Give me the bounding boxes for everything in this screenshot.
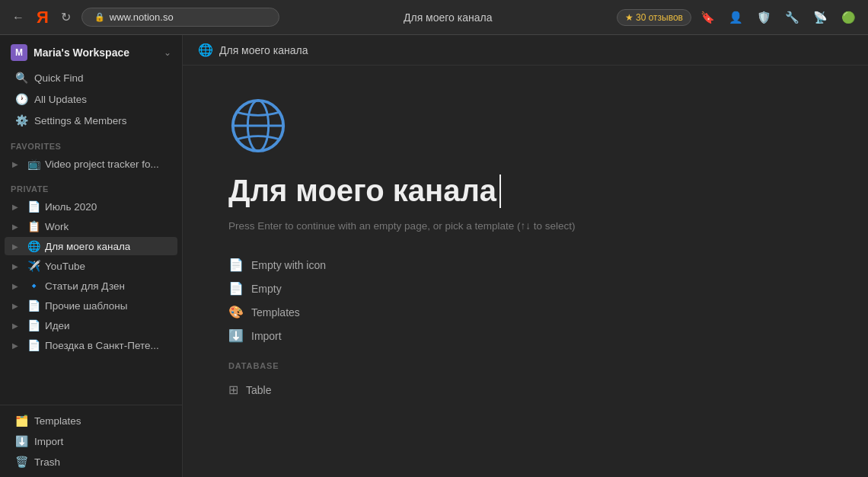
page-main-title[interactable]: Для моего канала	[228, 174, 822, 208]
reload-button[interactable]: ↻	[56, 7, 75, 27]
settings-label: Settings & Members	[34, 115, 127, 126]
import-icon: ⬇️	[15, 435, 28, 447]
app-layout: M Maria's Workspace ⌄ 🔍 Quick Find 🕐 All…	[0, 35, 868, 477]
sidebar-item-work[interactable]: ▶ 📋 Work	[5, 217, 177, 235]
browser-nav: ← Я ↻	[8, 7, 75, 27]
empty-label: Empty	[251, 283, 282, 295]
import-label: Import	[34, 436, 63, 447]
rss-button[interactable]: 📡	[809, 8, 832, 27]
templates-action-label: Templates	[251, 306, 300, 319]
sidebar-item-quick-find[interactable]: 🔍 Quick Find	[5, 68, 177, 88]
video-tracker-icon: 📺	[27, 158, 40, 170]
empty-icon-icon: 📄	[228, 258, 244, 272]
yandex-logo: Я	[32, 8, 53, 27]
sidebar-bottom: 🗂️ Templates ⬇️ Import 🗑️ Trash	[0, 405, 182, 477]
arrow-prochie: ▶	[12, 302, 23, 310]
import-action-label: Import	[251, 330, 282, 342]
sidebar-item-all-updates[interactable]: 🕐 All Updates	[5, 89, 177, 109]
arrow-july: ▶	[12, 203, 23, 211]
poezdka-label: Поездка в Санкт-Пете...	[45, 340, 159, 351]
main-content: 🌐 Для моего канала Для моего канала Pres…	[183, 35, 868, 477]
video-tracker-label: Video project tracker fo...	[45, 158, 159, 170]
dlya-moego-label: Для моего канала	[45, 241, 130, 252]
globe-icon: 🌐	[27, 240, 40, 252]
database-section-label: DATABASE	[228, 361, 822, 370]
action-list: 📄 Empty with icon 📄 Empty 🎨 Templates ⬇️…	[228, 253, 822, 347]
browser-actions: ★ 30 отзывов 🔖 👤 🛡️ 🔧 📡 🟢	[617, 8, 860, 27]
sidebar-item-prochie[interactable]: ▶ 📄 Прочие шаблоны	[5, 296, 177, 315]
workspace-name: Maria's Workspace	[34, 46, 158, 59]
sidebar-item-dlya-moego[interactable]: ▶ 🌐 Для моего канала	[5, 237, 177, 255]
templates-icon: 🗂️	[15, 415, 28, 427]
content-header-title: Для моего канала	[219, 44, 308, 56]
shield-button[interactable]: 🛡️	[752, 8, 776, 27]
july-icon: 📄	[27, 200, 40, 213]
action-empty[interactable]: 📄 Empty	[228, 277, 822, 300]
sidebar-item-video-tracker[interactable]: ▶ 📺 Video project tracker fo...	[5, 155, 177, 173]
empty-with-icon-label: Empty with icon	[251, 259, 326, 271]
quick-find-label: Quick Find	[34, 72, 84, 84]
sidebar-item-idei[interactable]: ▶ 📄 Идеи	[5, 316, 177, 335]
url-text: www.notion.so	[110, 11, 174, 23]
poezdka-icon: 📄	[27, 339, 40, 351]
sidebar-item-july2020[interactable]: ▶ 📄 Июль 2020	[5, 197, 177, 216]
youtube-label: YouTube	[45, 261, 85, 272]
profile-button[interactable]: 👤	[724, 8, 748, 27]
action-templates[interactable]: 🎨 Templates	[228, 300, 822, 324]
youtube-icon: ✈️	[27, 260, 40, 272]
work-icon: 📋	[27, 220, 40, 232]
stati-label: Статьи для Дзен	[45, 280, 125, 292]
action-import[interactable]: ⬇️ Import	[228, 324, 822, 347]
updates-icon: 🕐	[15, 93, 28, 105]
arrow-dlya: ▶	[12, 242, 23, 251]
empty-page-icon: 📄	[228, 281, 244, 296]
sidebar-item-stati[interactable]: ▶ 🔹 Статьи для Дзен	[5, 277, 177, 295]
title-cursor	[499, 174, 501, 208]
content-header: 🌐 Для моего канала	[183, 35, 868, 66]
star-badge[interactable]: ★ 30 отзывов	[617, 9, 691, 26]
action-table[interactable]: ⊞ Table	[228, 378, 822, 402]
arrow-work: ▶	[12, 222, 23, 231]
browser-bar: ← Я ↻ 🔒 www.notion.so Для моего канала ★…	[0, 0, 868, 35]
trash-label: Trash	[34, 456, 60, 468]
page-title-text: Для моего канала	[228, 174, 496, 208]
lock-icon: 🔒	[94, 12, 105, 22]
templates-label: Templates	[34, 415, 81, 427]
workspace-chevron: ⌄	[164, 47, 171, 58]
content-globe-icon: 🌐	[198, 43, 213, 57]
sidebar-item-youtube[interactable]: ▶ ✈️ YouTube	[5, 257, 177, 275]
templates-action-icon: 🎨	[228, 305, 244, 319]
stati-icon: 🔹	[27, 280, 40, 292]
private-section-label: PRIVATE	[0, 174, 182, 197]
import-action-icon: ⬇️	[228, 328, 244, 343]
browser-page-title: Для моего канала	[286, 11, 611, 24]
user-avatar[interactable]: 🟢	[837, 8, 860, 27]
workspace-icon: M	[11, 44, 27, 61]
page-globe-svg	[228, 96, 288, 155]
arrow-idei: ▶	[12, 322, 23, 330]
sidebar-item-poezdka[interactable]: ▶ 📄 Поездка в Санкт-Пете...	[5, 336, 177, 354]
arrow-poezdka: ▶	[12, 341, 23, 350]
gear-icon: ⚙️	[15, 114, 28, 126]
idei-label: Идеи	[45, 320, 70, 331]
tree-arrow-icon: ▶	[12, 160, 23, 168]
table-label: Table	[246, 384, 271, 396]
sidebar-item-trash[interactable]: 🗑️ Trash	[5, 452, 177, 472]
idei-icon: 📄	[27, 319, 40, 331]
july-label: Июль 2020	[45, 201, 97, 213]
address-bar[interactable]: 🔒 www.notion.so	[81, 8, 279, 27]
sidebar-item-templates[interactable]: 🗂️ Templates	[5, 411, 177, 431]
extension-button[interactable]: 🔧	[780, 8, 804, 27]
trash-icon: 🗑️	[15, 456, 28, 468]
arrow-yt: ▶	[12, 262, 23, 271]
arrow-stati: ▶	[12, 282, 23, 290]
sidebar-item-import[interactable]: ⬇️ Import	[5, 431, 177, 451]
workspace-header[interactable]: M Maria's Workspace ⌄	[0, 35, 182, 67]
star-badge-text: ★ 30 отзывов	[625, 12, 683, 23]
back-button[interactable]: ←	[8, 8, 29, 27]
search-icon: 🔍	[15, 72, 28, 84]
sidebar-item-settings[interactable]: ⚙️ Settings & Members	[5, 110, 177, 130]
prochie-icon: 📄	[27, 299, 40, 312]
action-empty-with-icon[interactable]: 📄 Empty with icon	[228, 253, 822, 277]
bookmark-button[interactable]: 🔖	[696, 8, 720, 27]
